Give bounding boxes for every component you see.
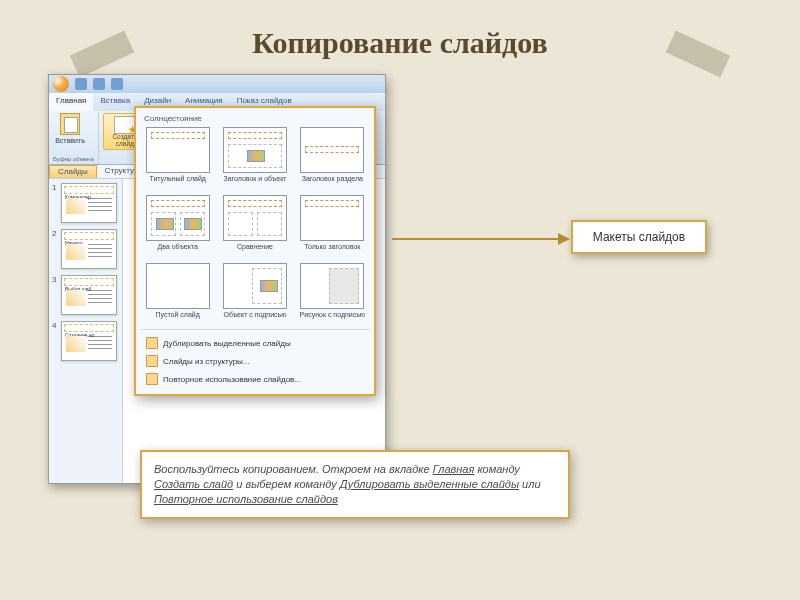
tab-insert[interactable]: Вставка	[93, 93, 137, 111]
reuse-icon	[146, 373, 158, 385]
group-label-clipboard: Буфер обмена	[53, 155, 94, 162]
ribbon-group-clipboard: Вставить Буфер обмена	[49, 111, 99, 164]
quick-access-toolbar	[49, 75, 385, 93]
thumb-3[interactable]: 3Выбор шаб	[52, 275, 119, 315]
layout-blank[interactable]: Пустой слайд	[142, 263, 213, 325]
undo-icon[interactable]	[93, 78, 105, 90]
thumb-4[interactable]: 4Создание но	[52, 321, 119, 361]
outline-icon	[146, 355, 158, 367]
layout-two-content[interactable]: Два объекта	[142, 195, 213, 257]
layout-content-caption[interactable]: Объект с подписью	[219, 263, 290, 325]
menu-slides-from-outline[interactable]: Слайды из структуры...	[142, 352, 368, 370]
paste-label: Вставить	[55, 137, 85, 144]
page-title: Копирование слайдов	[0, 26, 800, 60]
menu-reuse-slides[interactable]: Повторное использование слайдов...	[142, 370, 368, 388]
layout-title-content[interactable]: Заголовок и объект	[219, 127, 290, 189]
paste-icon	[60, 113, 80, 135]
menu-duplicate-slides[interactable]: Дублировать выделенные слайды	[142, 334, 368, 352]
thumb-2[interactable]: 2Начало	[52, 229, 119, 269]
layout-comparison[interactable]: Сравнение	[219, 195, 290, 257]
caption-text: Воспользуйтесь копированием. Откроем на …	[140, 450, 570, 519]
save-icon[interactable]	[75, 78, 87, 90]
layout-title-only[interactable]: Только заголовок	[297, 195, 368, 257]
thumb-1[interactable]: 1Компьютер	[52, 183, 119, 223]
gallery-grid: Титульный слайд Заголовок и объект Загол…	[142, 127, 368, 325]
office-button-icon[interactable]	[53, 76, 69, 92]
layout-section-header[interactable]: Заголовок раздела	[297, 127, 368, 189]
callout-arrow	[392, 234, 570, 244]
redo-icon[interactable]	[111, 78, 123, 90]
thumbnails-pane: 1Компьютер 2Начало 3Выбор шаб 4Создание …	[49, 179, 123, 483]
layout-title-slide[interactable]: Титульный слайд	[142, 127, 213, 189]
new-slide-icon	[114, 116, 136, 134]
gallery-separator	[140, 329, 370, 330]
callout-layouts: Макеты слайдов	[571, 220, 707, 254]
gallery-theme-header: Солнцестояние	[142, 114, 368, 127]
paste-button[interactable]: Вставить	[53, 113, 87, 144]
layout-picture-caption[interactable]: Рисунок с подписью	[297, 263, 368, 325]
subtab-slides[interactable]: Слайды	[49, 165, 97, 178]
layout-gallery: Солнцестояние Титульный слайд Заголовок …	[134, 106, 376, 396]
tab-home[interactable]: Главная	[49, 93, 93, 111]
duplicate-icon	[146, 337, 158, 349]
